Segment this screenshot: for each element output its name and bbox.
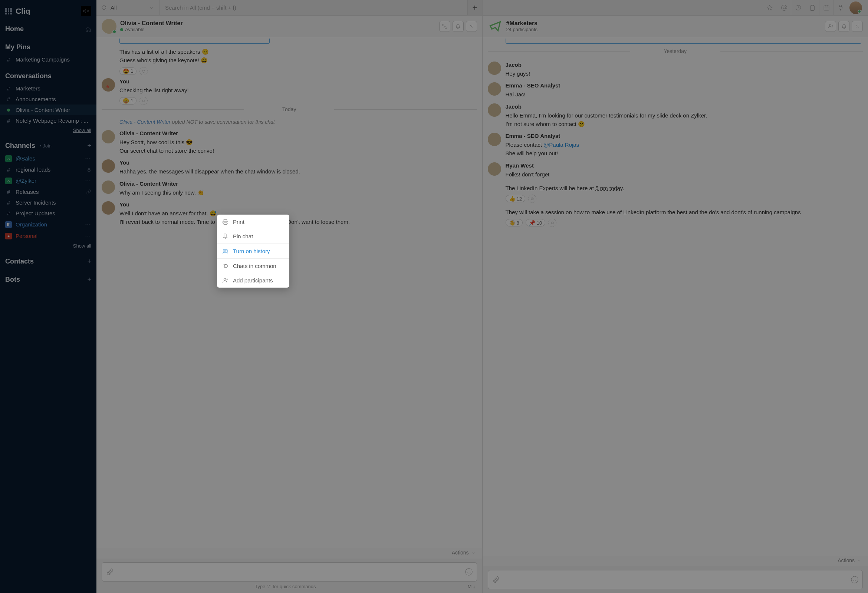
- menu-pin-chat[interactable]: Pin chat: [217, 229, 289, 243]
- add-reaction-icon[interactable]: ☺: [139, 97, 148, 105]
- emoji-icon[interactable]: [850, 575, 859, 584]
- avatar: [488, 62, 501, 75]
- reaction[interactable]: 😀1: [120, 97, 136, 104]
- svg-point-3: [783, 7, 785, 9]
- menu-add-participants[interactable]: Add participants: [217, 273, 289, 288]
- reaction[interactable]: 👋8: [506, 219, 523, 227]
- convo-item[interactable]: #Marketers: [0, 83, 96, 94]
- add-channel-icon[interactable]: +: [87, 142, 91, 150]
- search-input-wrap: [159, 0, 467, 15]
- reaction[interactable]: 🤩1: [120, 68, 136, 75]
- calendar-icon[interactable]: [819, 0, 833, 15]
- menu-turn-on-history[interactable]: Turn on history: [217, 243, 289, 259]
- actions-dropdown[interactable]: Actions: [838, 558, 861, 564]
- channel-item[interactable]: #regional-leads: [0, 164, 96, 175]
- clipboard-icon[interactable]: [805, 0, 819, 15]
- star-icon[interactable]: [763, 0, 777, 15]
- channel-item[interactable]: ●Personal⋯: [0, 230, 96, 242]
- chat-title: #Marketers: [506, 20, 822, 27]
- emoji-icon[interactable]: [465, 568, 473, 576]
- my-pins-header: My Pins: [5, 43, 30, 51]
- add-bot-icon[interactable]: +: [87, 276, 91, 284]
- home-icon: [85, 26, 91, 32]
- pin-item[interactable]: #Marketing Campaigns: [0, 54, 96, 65]
- attachment-icon[interactable]: [492, 575, 500, 584]
- avatar: [488, 162, 501, 176]
- add-reaction-icon[interactable]: ☺: [139, 67, 148, 75]
- more-icon[interactable]: ⋯: [85, 177, 91, 184]
- sidebar: Cliq Home My Pins #Marketing Campaigns C…: [0, 0, 96, 593]
- channel-item[interactable]: #Releases: [0, 187, 96, 197]
- avatar: [102, 181, 115, 194]
- date-divider: Today: [102, 106, 477, 112]
- mention-icon[interactable]: [777, 0, 791, 15]
- channel-item[interactable]: #Server Incidents: [0, 197, 96, 208]
- chat-messages: Yesterday Jacob Hey guys! Emma - SEO Ana…: [483, 37, 868, 556]
- channel-item[interactable]: #Project Updates: [0, 208, 96, 219]
- close-button[interactable]: [466, 21, 477, 32]
- conversations-header: Conversations: [5, 72, 52, 80]
- apps-grid-icon[interactable]: [5, 8, 12, 15]
- close-button[interactable]: [852, 21, 863, 32]
- history-notice: Olivia - Content Writer opted NOT to sav…: [102, 117, 477, 127]
- channel-badge-icon: ●: [5, 233, 12, 240]
- contacts-header[interactable]: Contacts+: [0, 255, 96, 268]
- mute-icon[interactable]: [81, 6, 91, 16]
- convo-item[interactable]: #Announcements: [0, 94, 96, 104]
- reaction[interactable]: 📌10: [526, 219, 545, 227]
- add-participant-icon: [222, 277, 229, 284]
- sidebar-home[interactable]: Home: [0, 22, 96, 36]
- show-all-link[interactable]: Show all: [73, 243, 91, 249]
- avatar: [488, 133, 501, 146]
- show-all-link[interactable]: Show all: [73, 128, 91, 133]
- bots-header[interactable]: Bots+: [0, 273, 96, 287]
- call-button[interactable]: [439, 21, 450, 32]
- reaction[interactable]: 👍12: [506, 195, 525, 202]
- add-contact-icon[interactable]: +: [87, 258, 91, 265]
- channel-item[interactable]: ⌂@Sales⋯: [0, 153, 96, 164]
- app-logo: Cliq: [16, 7, 30, 16]
- channel-item[interactable]: ◧Organization⋯: [0, 219, 96, 230]
- menu-print[interactable]: Print: [217, 215, 289, 229]
- svg-rect-10: [223, 249, 227, 253]
- more-icon[interactable]: ⋯: [85, 155, 91, 162]
- join-link[interactable]: Join: [43, 143, 52, 149]
- add-reaction-icon[interactable]: ☺: [548, 219, 557, 227]
- attachment-icon[interactable]: [106, 568, 114, 576]
- convo-item-active[interactable]: Olivia - Content Writer: [0, 104, 96, 115]
- history-icon[interactable]: [791, 0, 805, 15]
- notify-button[interactable]: [453, 21, 464, 32]
- channel-badge-icon: ◧: [5, 221, 12, 228]
- add-participant-button[interactable]: [825, 21, 836, 32]
- avatar: [102, 201, 115, 215]
- new-chat-button[interactable]: +: [467, 0, 482, 15]
- menu-chats-in-common[interactable]: Chats in common: [217, 259, 289, 273]
- search-input[interactable]: [165, 4, 462, 11]
- convo-item[interactable]: #Notely Webpage Revamp : ...: [0, 115, 96, 126]
- pin-icon: [222, 233, 229, 240]
- message-text: She will help you out!: [506, 149, 863, 157]
- svg-point-7: [829, 25, 831, 26]
- more-icon[interactable]: ⋯: [85, 221, 91, 228]
- search-scope[interactable]: All: [96, 4, 159, 11]
- chevron-down-icon: [148, 4, 155, 11]
- composer-mode[interactable]: M ↓: [468, 584, 475, 589]
- avatar: [488, 103, 501, 117]
- avatar: [102, 19, 117, 34]
- svg-rect-5: [810, 6, 814, 11]
- link-icon: [86, 189, 91, 194]
- plug-icon[interactable]: [833, 0, 847, 15]
- user-avatar[interactable]: [847, 1, 864, 14]
- channel-item[interactable]: ⌂@Zylker⋯: [0, 175, 96, 187]
- more-icon[interactable]: ⋯: [85, 232, 91, 240]
- chat-messages: This has a list of all the speakers 🙂 Gu…: [96, 37, 482, 548]
- message-composer[interactable]: [102, 562, 477, 581]
- actions-dropdown[interactable]: Actions: [452, 550, 475, 556]
- channels-header: Channels: [5, 142, 35, 150]
- add-reaction-icon[interactable]: ☺: [528, 194, 536, 203]
- svg-point-2: [465, 568, 472, 575]
- message-composer[interactable]: [488, 570, 863, 589]
- attachment-strip: [506, 38, 862, 44]
- svg-point-1: [102, 6, 106, 10]
- notify-button[interactable]: [838, 21, 849, 32]
